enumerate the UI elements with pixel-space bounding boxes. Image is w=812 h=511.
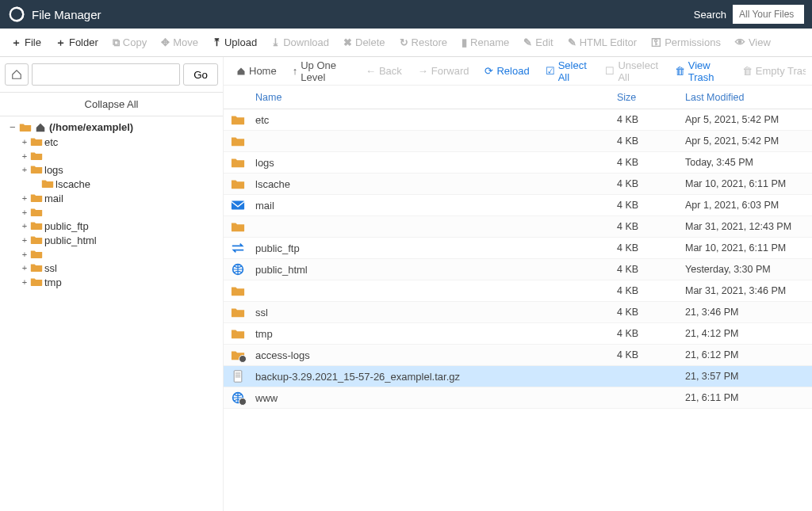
file-modified: 21, 3:46 PM	[685, 307, 812, 318]
col-header-name[interactable]: Name	[252, 92, 617, 103]
rename-button[interactable]: ▮Rename	[455, 33, 515, 51]
expand-icon: +	[21, 208, 29, 217]
folder-icon	[231, 135, 245, 147]
tree-item[interactable]: +	[21, 205, 220, 219]
table-row[interactable]: backup-3.29.2021_15-57-26_examplel.tar.g…	[224, 366, 812, 387]
file-name: ssl	[252, 307, 617, 318]
file-name: mail	[252, 200, 617, 212]
edit-button[interactable]: ✎Edit	[517, 33, 559, 51]
collapse-all-button[interactable]: Collapse All	[0, 92, 223, 116]
main-toolbar: ＋File ＋Folder ⧉Copy ✥Move ⤒Upload ⤓Downl…	[0, 29, 812, 57]
search-input[interactable]	[733, 5, 804, 24]
up-one-level-button[interactable]: ↑Up One Level	[286, 57, 356, 86]
file-table: Name Size Last Modified etc4 KBApr 5, 20…	[224, 86, 812, 511]
file-name: tmp	[252, 328, 617, 340]
table-row[interactable]: etc4 KBApr 5, 2021, 5:42 PM	[224, 109, 812, 131]
empty-trash-button[interactable]: 🗑Empty Trash	[736, 62, 806, 80]
tree-root[interactable]: − (/home/examplel)	[10, 121, 220, 133]
app-title: File Manager	[32, 8, 102, 21]
folder-icon	[30, 136, 43, 147]
file-modified: Today, 3:45 PM	[685, 157, 812, 168]
folder-button[interactable]: ＋Folder	[49, 32, 105, 53]
html-editor-button[interactable]: ✎HTML Editor	[561, 33, 643, 51]
tree-item[interactable]: +public_ftp	[21, 219, 220, 233]
path-input[interactable]	[32, 63, 180, 86]
home-icon	[236, 67, 246, 76]
tree-item-label: public_html	[44, 235, 97, 246]
table-row[interactable]: public_html4 KBYesterday, 3:30 PM	[224, 259, 812, 280]
file-modified: Apr 1, 2021, 6:03 PM	[685, 200, 812, 211]
folder-icon	[30, 249, 43, 260]
go-button[interactable]: Go	[183, 63, 218, 86]
select-all-button[interactable]: ☑Select All	[539, 57, 596, 86]
folder-icon	[30, 220, 43, 231]
file-modified: Apr 5, 2021, 5:42 PM	[685, 114, 812, 125]
back-button[interactable]: ←Back	[359, 62, 408, 80]
folder-icon	[41, 178, 54, 189]
checkbox-empty-icon: ☐	[605, 65, 615, 77]
delete-button[interactable]: ✖Delete	[337, 33, 392, 51]
tree-item-label: tmp	[44, 276, 62, 288]
expand-icon: +	[21, 137, 29, 147]
download-button[interactable]: ⤓Download	[265, 33, 335, 51]
table-row[interactable]: 4 KBMar 31, 2021, 3:46 PM	[224, 280, 812, 302]
table-row[interactable]: www21, 6:11 PM	[224, 387, 812, 409]
file-size: 4 KB	[617, 157, 685, 168]
forward-button[interactable]: →Forward	[412, 62, 476, 80]
home-button[interactable]	[5, 63, 29, 86]
file-button[interactable]: ＋File	[5, 32, 48, 53]
file-name: public_html	[252, 264, 617, 276]
reload-button[interactable]: ⟳Reload	[478, 62, 535, 80]
table-row[interactable]: 4 KBApr 5, 2021, 5:42 PM	[224, 131, 812, 152]
table-row[interactable]: access-logs4 KB21, 6:12 PM	[224, 345, 812, 366]
tree-item-label: mail	[44, 193, 63, 204]
copy-icon: ⧉	[113, 36, 120, 49]
file-icon	[231, 370, 245, 383]
restore-button[interactable]: ↻Restore	[393, 33, 454, 51]
view-button[interactable]: 👁View	[729, 33, 777, 51]
file-modified: 21, 4:12 PM	[685, 328, 812, 339]
tree-item[interactable]: +tmp	[21, 275, 220, 289]
tree-item-label: lscache	[56, 178, 90, 190]
tree-item[interactable]: +public_html	[21, 233, 220, 247]
unselect-all-button[interactable]: ☐Unselect All	[599, 57, 665, 86]
arrow-left-icon: ←	[366, 65, 376, 77]
tree-item[interactable]: +etc	[21, 135, 220, 149]
permissions-button[interactable]: ⚿Permissions	[645, 33, 727, 51]
table-row[interactable]: logs4 KBToday, 3:45 PM	[224, 152, 812, 174]
upload-button[interactable]: ⤒Upload	[206, 33, 263, 51]
expand-icon: +	[21, 263, 29, 273]
table-row[interactable]: tmp4 KB21, 4:12 PM	[224, 323, 812, 345]
table-row[interactable]: ssl4 KB21, 3:46 PM	[224, 302, 812, 323]
globe-icon	[231, 391, 245, 404]
file-size: 4 KB	[617, 114, 685, 125]
tree-item[interactable]: +	[21, 149, 220, 162]
folder-icon	[30, 276, 43, 288]
table-row[interactable]: 4 KBMar 31, 2021, 12:43 PM	[224, 216, 812, 238]
table-row[interactable]: mail4 KBApr 1, 2021, 6:03 PM	[224, 195, 812, 216]
file-modified: Mar 10, 2021, 6:11 PM	[685, 242, 812, 254]
table-header: Name Size Last Modified	[224, 86, 812, 109]
col-header-modified[interactable]: Last Modified	[685, 92, 812, 103]
table-row[interactable]: public_ftp4 KBMar 10, 2021, 6:11 PM	[224, 238, 812, 259]
tree-item[interactable]: lscache	[32, 177, 220, 191]
move-button[interactable]: ✥Move	[155, 33, 205, 51]
tree-root-label: (/home/examplel)	[49, 121, 133, 133]
tree-item[interactable]: +	[21, 247, 220, 261]
tree-item[interactable]: +logs	[21, 162, 220, 177]
nav-home-button[interactable]: Home	[230, 62, 283, 80]
tree-item[interactable]: +ssl	[21, 261, 220, 275]
copy-button[interactable]: ⧉Copy	[106, 33, 153, 52]
file-size: 4 KB	[617, 200, 685, 211]
col-header-size[interactable]: Size	[617, 92, 685, 103]
table-row[interactable]: lscache4 KBMar 10, 2021, 6:11 PM	[224, 174, 812, 195]
view-trash-button[interactable]: 🗑View Trash	[668, 57, 733, 86]
home-icon	[35, 122, 46, 133]
file-size: 4 KB	[617, 307, 685, 318]
folder-icon	[231, 306, 245, 318]
expand-icon: +	[21, 193, 29, 203]
expand-icon: +	[21, 165, 29, 174]
folder-icon	[30, 193, 43, 204]
trash-icon: 🗑	[675, 65, 685, 77]
tree-item[interactable]: +mail	[21, 191, 220, 205]
